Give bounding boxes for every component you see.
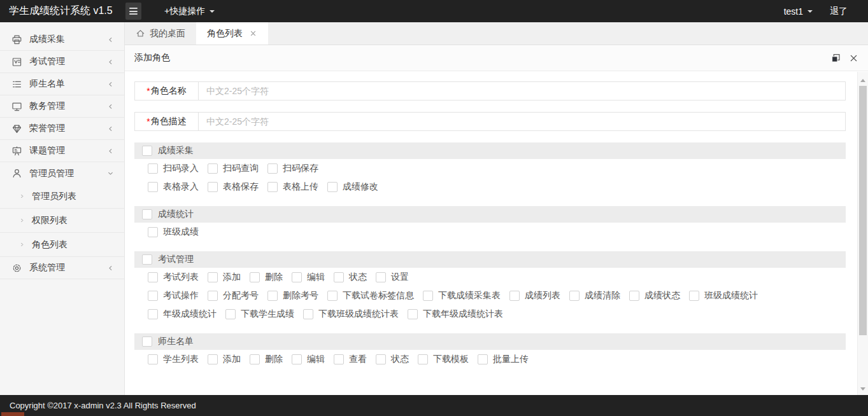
- perm-checkbox[interactable]: [267, 163, 278, 174]
- field-row-role-name: *角色名称: [134, 81, 846, 101]
- sidebar-item-label: 教务管理: [29, 101, 106, 112]
- quick-actions-dropdown[interactable]: +快捷操作: [164, 6, 215, 17]
- perm-checkbox[interactable]: [250, 272, 260, 282]
- logout-link[interactable]: 退了: [830, 6, 848, 17]
- perm-label: 下载成绩采集表: [438, 290, 501, 302]
- scroll-down-arrow-icon[interactable]: [860, 387, 865, 393]
- perm-checkbox[interactable]: [148, 163, 158, 174]
- group-checkbox[interactable]: [142, 336, 152, 347]
- scrollbar-thumb[interactable]: [859, 86, 867, 335]
- perm-checkbox[interactable]: [267, 291, 278, 301]
- sidebar-subitem-label: 管理员列表: [32, 191, 76, 202]
- perm-item: 下载学生成绩: [225, 309, 294, 320]
- perm-checkbox[interactable]: [148, 182, 158, 192]
- sidebar-item-label: 考试管理: [29, 56, 106, 67]
- tab-role-list[interactable]: 角色列表: [196, 22, 268, 45]
- perm-row: 考试列表添加删除编辑状态设置: [134, 268, 846, 286]
- role-name-input[interactable]: [199, 82, 845, 100]
- perm-label: 表格上传: [283, 181, 318, 193]
- perm-checkbox[interactable]: [148, 354, 158, 364]
- perm-checkbox[interactable]: [148, 227, 158, 237]
- perm-label: 编辑: [307, 272, 325, 283]
- perm-checkbox[interactable]: [250, 354, 260, 364]
- field-label-text: 角色描述: [151, 116, 187, 127]
- scroll-up-arrow-icon[interactable]: [860, 76, 865, 82]
- perm-item: 设置: [376, 272, 409, 283]
- sidebar-item-system-management[interactable]: 系统管理: [0, 257, 124, 279]
- fields-container: *角色名称*角色描述: [134, 81, 846, 131]
- perm-checkbox[interactable]: [208, 354, 218, 364]
- sidebar-menu: 成绩采集考试管理师生名单教务管理荣誉管理课题管理管理员管理管理员列表权限列表角色…: [0, 22, 125, 395]
- perm-checkbox[interactable]: [569, 291, 580, 301]
- perm-checkbox[interactable]: [327, 182, 338, 192]
- perm-checkbox[interactable]: [478, 354, 488, 364]
- printer-icon: [11, 34, 22, 45]
- perm-checkbox[interactable]: [418, 354, 428, 364]
- perm-label: 扫码录入: [163, 163, 199, 174]
- group-checkbox[interactable]: [142, 146, 152, 156]
- role-desc-input[interactable]: [199, 113, 845, 130]
- group-checkbox[interactable]: [142, 254, 152, 265]
- perm-checkbox[interactable]: [208, 163, 218, 174]
- sidebar-item-score-collection[interactable]: 成绩采集: [0, 29, 124, 51]
- sidebar-item-project-management[interactable]: 课题管理: [0, 140, 124, 162]
- app-title: 学生成绩统计系统 v1.5: [0, 4, 125, 18]
- group-checkbox[interactable]: [142, 209, 152, 219]
- sidebar-item-teacher-student-roster[interactable]: 师生名单: [0, 73, 124, 95]
- perm-label: 下载学生成绩: [241, 309, 294, 320]
- perm-item: 状态: [334, 272, 367, 283]
- perm-checkbox[interactable]: [334, 354, 344, 364]
- user-menu[interactable]: test1: [784, 6, 813, 17]
- perm-checkbox[interactable]: [408, 309, 418, 319]
- perm-checkbox[interactable]: [292, 354, 302, 364]
- perm-checkbox[interactable]: [303, 309, 313, 319]
- perm-checkbox[interactable]: [148, 291, 158, 301]
- vertical-scrollbar[interactable]: [857, 72, 868, 395]
- perm-checkbox[interactable]: [327, 291, 338, 301]
- sidebar-item-academic-affairs[interactable]: 教务管理: [0, 95, 124, 118]
- perm-item: 删除考号: [267, 290, 318, 302]
- perm-checkbox[interactable]: [334, 272, 344, 282]
- perm-checkbox[interactable]: [148, 272, 158, 282]
- perm-item: 添加: [208, 354, 241, 365]
- permission-groups-container: 成绩采集扫码录入扫码查询扫码保存表格录入表格保存表格上传成绩修改成绩统计班级成绩…: [134, 142, 846, 368]
- tab-my-desktop[interactable]: 我的桌面: [125, 22, 196, 45]
- footer: Copyright ©2017 x-admin v2.3 All Rights …: [0, 395, 868, 416]
- perm-checkbox[interactable]: [208, 182, 218, 192]
- perm-checkbox[interactable]: [509, 291, 520, 301]
- sidebar-item-exam-management[interactable]: 考试管理: [0, 51, 124, 73]
- perm-label: 下载试卷标签信息: [343, 290, 414, 302]
- perm-label: 状态: [391, 354, 409, 365]
- perm-label: 批量上传: [493, 354, 529, 365]
- perm-item: 状态: [376, 354, 409, 365]
- sidebar-subitem-permission-list[interactable]: 权限列表: [0, 209, 124, 233]
- tab-close-icon[interactable]: [249, 29, 257, 38]
- perm-checkbox[interactable]: [292, 272, 302, 282]
- perm-checkbox[interactable]: [423, 291, 433, 301]
- chevron-right-icon: [18, 193, 25, 200]
- home-icon: [136, 29, 145, 38]
- perm-checkbox[interactable]: [376, 272, 386, 282]
- perm-label: 表格保存: [223, 181, 259, 193]
- sidebar-item-admin-management[interactable]: 管理员管理: [0, 162, 124, 184]
- close-panel-icon[interactable]: [849, 53, 858, 63]
- perm-checkbox[interactable]: [208, 291, 218, 301]
- perm-checkbox[interactable]: [225, 309, 236, 319]
- restore-window-icon[interactable]: [831, 53, 841, 63]
- sidebar-subitem-role-list[interactable]: 角色列表: [0, 233, 124, 257]
- perm-item: 表格上传: [267, 181, 318, 193]
- perm-checkbox[interactable]: [689, 291, 699, 301]
- sidebar-subitem-label: 角色列表: [32, 239, 68, 251]
- perm-checkbox[interactable]: [376, 354, 386, 364]
- perm-item: 查看: [334, 354, 367, 365]
- perm-checkbox[interactable]: [208, 272, 218, 282]
- sidebar-subitem-admin-list[interactable]: 管理员列表: [0, 184, 124, 209]
- sidebar-item-honor-management[interactable]: 荣誉管理: [0, 118, 124, 140]
- caret-down-icon: [808, 10, 813, 15]
- form-content: *角色名称*角色描述 成绩采集扫码录入扫码查询扫码保存表格录入表格保存表格上传成…: [125, 72, 868, 395]
- perm-group-header: 师生名单: [134, 333, 846, 350]
- sidebar-toggle-button[interactable]: [125, 3, 141, 20]
- perm-checkbox[interactable]: [148, 309, 158, 319]
- perm-checkbox[interactable]: [629, 291, 639, 301]
- perm-checkbox[interactable]: [267, 182, 278, 192]
